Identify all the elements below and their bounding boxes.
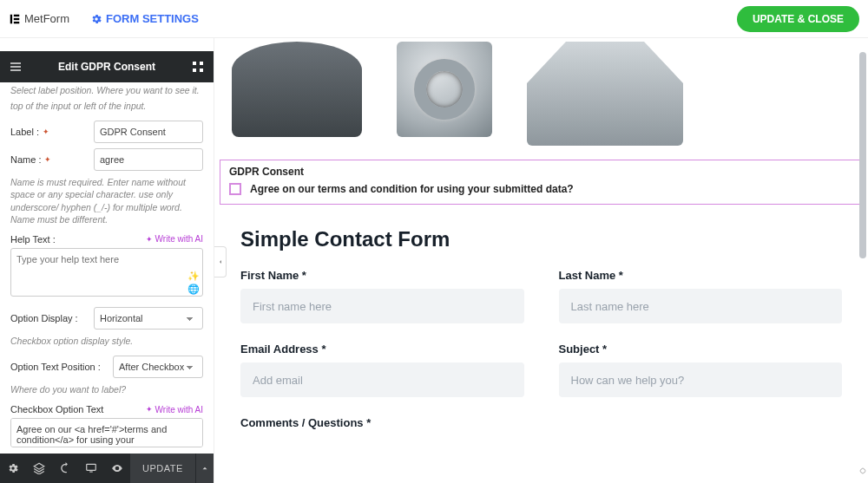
name-hint: Name is must required. Enter name withou… <box>10 176 203 225</box>
panel-header: Edit GDPR Consent <box>0 51 214 82</box>
form-settings-button[interactable]: FORM SETTINGS <box>90 12 199 25</box>
svg-rect-5 <box>10 66 21 67</box>
gdpr-checkbox[interactable] <box>229 183 241 195</box>
sparkle-icon[interactable]: ✨ <box>187 271 200 282</box>
option-text-position-select[interactable]: After Checkbox <box>113 356 203 378</box>
product-image-row <box>214 38 868 156</box>
gear-icon <box>90 13 102 25</box>
first-name-label: First Name * <box>240 269 524 282</box>
comments-label: Comments / Questions * <box>240 416 842 429</box>
subject-input[interactable] <box>559 362 843 397</box>
option-text-position-hint: Where do you want to label? <box>10 383 203 395</box>
svg-rect-12 <box>89 472 93 473</box>
gdpr-text: Agree on our terms and condition for usi… <box>250 183 574 195</box>
option-display-label: Option Display : <box>10 313 87 323</box>
app-name: MetForm <box>24 12 69 25</box>
gdpr-consent-widget[interactable]: GDPR Consent Agree on our terms and cond… <box>220 160 863 205</box>
svg-rect-10 <box>200 69 203 72</box>
sidebar-footer: UPDATE <box>0 454 214 483</box>
option-text-position-label: Option Text Position : <box>10 362 106 372</box>
settings-icon[interactable] <box>0 454 26 483</box>
svg-rect-8 <box>193 69 196 72</box>
elementor-icon <box>9 13 21 25</box>
history-icon[interactable] <box>52 454 78 483</box>
update-close-button[interactable]: UPDATE & CLOSE <box>737 6 859 32</box>
app-logo[interactable]: MetForm <box>9 12 69 25</box>
contact-form: Simple Contact Form First Name * Last Na… <box>214 205 868 438</box>
globe-icon[interactable]: 🌐 <box>187 284 200 295</box>
position-hint-cut: Select label position. Where you want to… <box>10 84 203 96</box>
svg-rect-6 <box>10 69 21 70</box>
email-label: Email Address * <box>240 343 524 356</box>
preview-icon[interactable] <box>104 454 130 483</box>
svg-rect-3 <box>14 21 19 23</box>
label-label: Label :✦ <box>10 127 87 137</box>
vertical-scrollbar[interactable] <box>859 52 866 468</box>
last-name-label: Last Name * <box>559 269 843 282</box>
footer-caret-button[interactable] <box>195 454 214 483</box>
required-icon: ✦ <box>44 155 51 164</box>
first-name-input[interactable] <box>240 289 524 323</box>
canvas: GDPR Consent Agree on our terms and cond… <box>214 38 868 483</box>
help-text-input[interactable] <box>10 248 203 297</box>
panel-title: Edit GDPR Consent <box>58 61 155 73</box>
svg-rect-2 <box>14 17 19 19</box>
layers-icon[interactable] <box>26 454 52 483</box>
svg-rect-11 <box>87 464 96 470</box>
menu-icon[interactable] <box>9 60 23 74</box>
svg-rect-9 <box>200 62 203 65</box>
grid-icon[interactable] <box>191 60 205 74</box>
position-hint: top of the input or left of the input. <box>10 100 203 112</box>
form-settings-label: FORM SETTINGS <box>106 12 199 25</box>
subject-label: Subject * <box>559 343 843 356</box>
last-name-input[interactable] <box>559 289 843 323</box>
responsive-icon[interactable] <box>78 454 104 483</box>
product-image <box>232 42 362 137</box>
svg-rect-7 <box>193 62 196 65</box>
svg-rect-4 <box>10 62 21 63</box>
scrollbar-thumb[interactable] <box>859 52 866 258</box>
email-input[interactable] <box>240 362 524 397</box>
top-bar: MetForm FORM SETTINGS UPDATE & CLOSE <box>0 0 868 38</box>
name-input[interactable] <box>94 148 203 171</box>
settings-sidebar: Edit GDPR Consent Select label position.… <box>0 38 214 483</box>
product-image <box>527 42 683 146</box>
label-input[interactable] <box>94 121 203 143</box>
name-label: Name :✦ <box>10 154 87 165</box>
help-text-label: Help Text : <box>10 234 56 245</box>
option-display-hint: Checkbox option display style. <box>10 335 203 347</box>
panel-body: Select label position. Where you want to… <box>0 82 214 449</box>
checkbox-option-input[interactable]: Agree on our <a href='#'>terms and condi… <box>10 418 203 447</box>
product-image <box>397 42 492 137</box>
footer-update-button[interactable]: UPDATE <box>130 454 195 483</box>
write-with-ai-button[interactable]: Write with AI <box>146 234 203 244</box>
form-title: Simple Contact Form <box>240 227 842 251</box>
svg-rect-0 <box>10 14 12 23</box>
required-icon: ✦ <box>43 127 49 136</box>
gdpr-title: GDPR Consent <box>229 166 853 178</box>
textarea-tools: ✨ 🌐 <box>187 271 200 295</box>
checkbox-option-label: Checkbox Option Text <box>10 404 103 414</box>
option-display-select[interactable]: Horizontal <box>94 307 203 330</box>
write-with-ai-button-2[interactable]: Write with AI <box>146 405 203 414</box>
svg-rect-1 <box>14 14 19 16</box>
